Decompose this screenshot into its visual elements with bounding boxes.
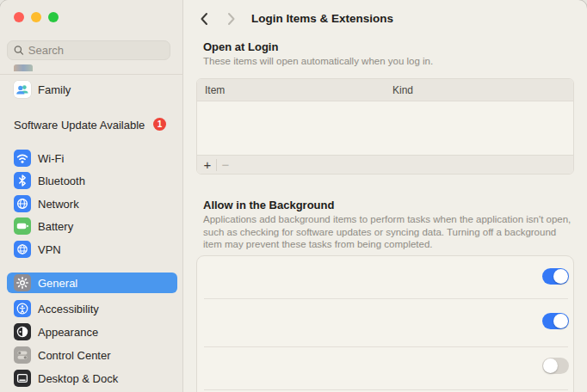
sidebar-item-battery[interactable]: Battery: [7, 216, 177, 236]
sidebar-item-label: Battery: [38, 220, 73, 233]
table-footer: + −: [197, 155, 573, 174]
add-item-button[interactable]: +: [199, 156, 216, 174]
back-button[interactable]: [196, 10, 213, 28]
accessibility-icon: [14, 300, 31, 317]
control-center-icon: [14, 346, 31, 364]
sidebar-item-label: Wi-Fi: [38, 152, 64, 165]
sidebar-item-network[interactable]: Network: [7, 193, 177, 214]
allow-in-background-heading: Allow in the Background: [203, 199, 334, 211]
background-item-toggle[interactable]: [542, 268, 569, 285]
sidebar-item-vpn[interactable]: VPN: [7, 239, 177, 260]
toggle-knob: [543, 358, 558, 373]
toggle-knob: [553, 314, 568, 328]
sidebar-item-appearance[interactable]: Appearance: [7, 322, 177, 342]
wifi-icon: [14, 150, 31, 167]
sidebar-item-general[interactable]: General: [7, 273, 177, 293]
minimize-window-button[interactable]: [31, 12, 41, 22]
sidebar-item-label: Appearance: [38, 326, 98, 339]
background-item-toggle[interactable]: [542, 358, 569, 374]
battery-icon: [14, 217, 31, 235]
globe-icon: [14, 195, 31, 212]
content-pane: Login Items & Extensions Open at Login T…: [184, 0, 587, 392]
remove-item-button[interactable]: −: [217, 156, 234, 174]
sidebar-item-label: Network: [38, 198, 79, 211]
desktop-dock-icon: [14, 370, 31, 387]
search-input[interactable]: [28, 44, 164, 57]
sidebar-item-label: Control Center: [38, 349, 111, 362]
sidebar-item-label: Bluetooth: [38, 175, 85, 187]
bluetooth-icon: [14, 172, 31, 189]
row-divider: [204, 389, 568, 390]
sidebar-item-wifi[interactable]: Wi-Fi: [7, 148, 177, 168]
background-items-panel: [196, 255, 574, 392]
sidebar-divider: [0, 74, 183, 75]
background-item-row: [197, 256, 575, 298]
sidebar: Family Software Update Available 1 Wi-Fi: [0, 0, 183, 392]
sidebar-item-software-update[interactable]: Software Update Available 1: [14, 114, 177, 135]
background-item-row: [197, 299, 575, 346]
sidebar-item-label: Family: [38, 83, 71, 96]
table-body-empty[interactable]: [197, 102, 573, 156]
column-header-item: Item: [205, 84, 225, 96]
appearance-icon: [14, 323, 31, 340]
family-icon: [14, 81, 31, 98]
sidebar-item-control-center[interactable]: Control Center: [7, 345, 177, 365]
software-update-label: Software Update Available: [14, 119, 145, 132]
sidebar-item-desktop-dock[interactable]: Desktop & Dock: [7, 368, 177, 389]
forward-button[interactable]: [222, 10, 239, 28]
gear-icon: [14, 274, 31, 291]
page-title: Login Items & Extensions: [251, 12, 393, 25]
system-settings-window: Family Software Update Available 1 Wi-Fi: [0, 0, 587, 392]
background-item-toggle[interactable]: [542, 313, 569, 329]
search-field[interactable]: [7, 40, 170, 60]
background-item-row: [197, 347, 575, 389]
allow-in-background-description: Applications add background items to per…: [203, 213, 573, 251]
table-header-row: Item Kind: [197, 79, 573, 101]
sidebar-item-label: VPN: [38, 243, 61, 256]
open-at-login-description: These items will open automatically when…: [203, 55, 573, 68]
sidebar-item-accessibility[interactable]: Accessibility: [7, 298, 177, 319]
partially-scrolled-profile-icon: [14, 64, 33, 71]
update-count-badge: 1: [153, 118, 166, 131]
toggle-knob: [553, 269, 568, 284]
sidebar-item-family[interactable]: Family: [7, 79, 177, 100]
open-at-login-table: Item Kind + −: [196, 78, 574, 175]
sidebar-item-label: General: [38, 277, 77, 290]
search-icon: [14, 45, 24, 56]
sidebar-item-label: Accessibility: [38, 303, 99, 315]
column-header-kind: Kind: [392, 84, 413, 96]
vpn-globe-icon: [14, 241, 31, 258]
zoom-window-button[interactable]: [48, 12, 59, 22]
close-window-button[interactable]: [14, 12, 24, 22]
open-at-login-heading: Open at Login: [203, 40, 278, 53]
sidebar-item-bluetooth[interactable]: Bluetooth: [7, 170, 177, 191]
sidebar-item-label: Desktop & Dock: [38, 372, 118, 385]
